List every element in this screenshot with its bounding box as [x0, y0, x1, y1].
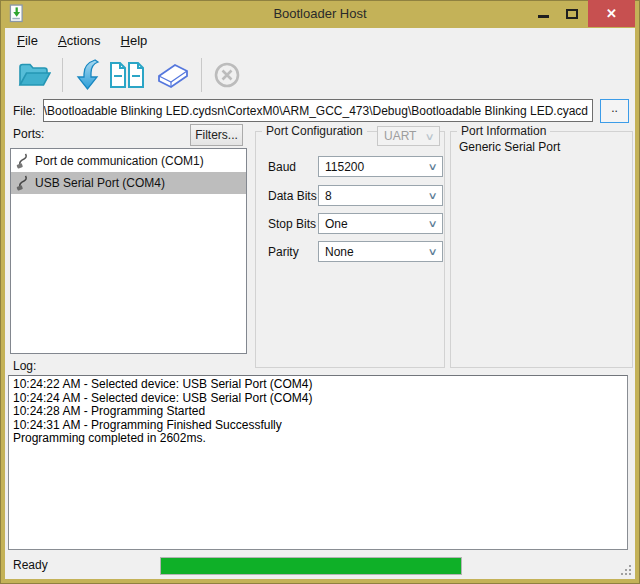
toolbar [5, 53, 635, 97]
menu-actions[interactable]: Actions [48, 29, 111, 52]
port-list-item-com4[interactable]: USB Serial Port (COM4) [11, 172, 246, 194]
maximize-icon [566, 9, 578, 19]
chevron-down-icon: ∨ [427, 246, 437, 257]
open-file-icon[interactable] [17, 60, 51, 90]
baud-select[interactable]: 115200 ∨ [318, 156, 443, 177]
log-output[interactable]: 10:24:22 AM - Selected device: USB Seria… [8, 375, 628, 550]
filters-button[interactable]: Filters... [190, 124, 243, 146]
program-icon[interactable] [74, 59, 100, 91]
data-bits-value: 8 [325, 189, 332, 203]
data-bits-select[interactable]: 8 ∨ [318, 185, 443, 206]
ports-label: Ports: [13, 127, 44, 141]
progress-bar [160, 557, 462, 575]
chevron-down-icon: ∨ [427, 218, 437, 229]
minimize-icon [538, 15, 549, 18]
menu-bar: File Actions Help [5, 28, 635, 53]
stop-bits-select[interactable]: One ∨ [318, 213, 443, 234]
minimize-button[interactable] [530, 0, 556, 27]
log-line: Programming completed in 2602ms. [13, 432, 623, 446]
chevron-down-icon: ∨ [424, 131, 434, 142]
status-text: Ready [13, 558, 48, 572]
erase-icon[interactable] [154, 60, 190, 90]
log-line: 10:24:31 AM - Programming Finished Succe… [13, 419, 623, 433]
abort-icon [213, 61, 241, 89]
port-information-group: Port Information Generic Serial Port [450, 131, 633, 368]
log-line: 10:24:28 AM - Programming Started [13, 405, 623, 419]
file-path-text: ader_41xx\Bootloadable Blinking LED.cyds… [43, 104, 588, 118]
baud-value: 115200 [325, 160, 364, 174]
protocol-value: UART [384, 129, 416, 143]
port-configuration-title: Port Configuration [262, 124, 367, 138]
bootloader-host-window: Bootloader Host ✕ File Actions Help [0, 0, 640, 584]
maximize-button[interactable] [559, 0, 585, 27]
parity-select[interactable]: None ∨ [318, 241, 443, 262]
parity-label: Parity [268, 245, 299, 259]
stop-bits-label: Stop Bits [268, 217, 316, 231]
ports-list: Port de communication (COM1) USB Serial … [10, 148, 247, 354]
stop-bits-value: One [325, 217, 348, 231]
protocol-select: UART ∨ [377, 126, 440, 146]
port-configuration-group: Port Configuration Baud 115200 ∨ Data Bi… [255, 131, 445, 368]
chevron-down-icon: ∨ [427, 190, 437, 201]
port-name: USB Serial Port (COM4) [35, 176, 165, 190]
close-button[interactable]: ✕ [588, 0, 635, 27]
resize-grip[interactable] [629, 573, 631, 575]
menu-file[interactable]: File [7, 29, 48, 52]
close-icon: ✕ [606, 6, 617, 21]
log-line: 10:24:24 AM - Selected device: USB Seria… [13, 392, 623, 406]
serial-port-icon [15, 175, 29, 191]
log-label: Log: [13, 359, 36, 373]
client-area: File Actions Help [5, 28, 635, 579]
browse-button[interactable]: .. [600, 99, 629, 123]
port-list-item-com1[interactable]: Port de communication (COM1) [11, 150, 246, 172]
file-label: File: [13, 104, 36, 118]
data-bits-label: Data Bits [268, 189, 317, 203]
toolbar-separator [62, 58, 63, 92]
toolbar-separator [201, 58, 202, 92]
chevron-down-icon: ∨ [427, 161, 437, 172]
baud-label: Baud [268, 160, 296, 174]
file-path-input[interactable]: ader_41xx\Bootloadable Blinking LED.cyds… [43, 99, 593, 122]
titlebar[interactable]: Bootloader Host ✕ [0, 0, 640, 28]
serial-port-icon [15, 153, 29, 169]
log-line: 10:24:22 AM - Selected device: USB Seria… [13, 378, 623, 392]
parity-value: None [325, 245, 354, 259]
port-name: Port de communication (COM1) [35, 154, 204, 168]
menu-help[interactable]: Help [111, 29, 158, 52]
port-information-title: Port Information [457, 124, 550, 138]
file-row: File: ader_41xx\Bootloadable Blinking LE… [5, 98, 635, 123]
progress-fill [161, 558, 461, 574]
verify-icon[interactable] [109, 60, 145, 90]
status-bar: Ready [5, 552, 635, 579]
